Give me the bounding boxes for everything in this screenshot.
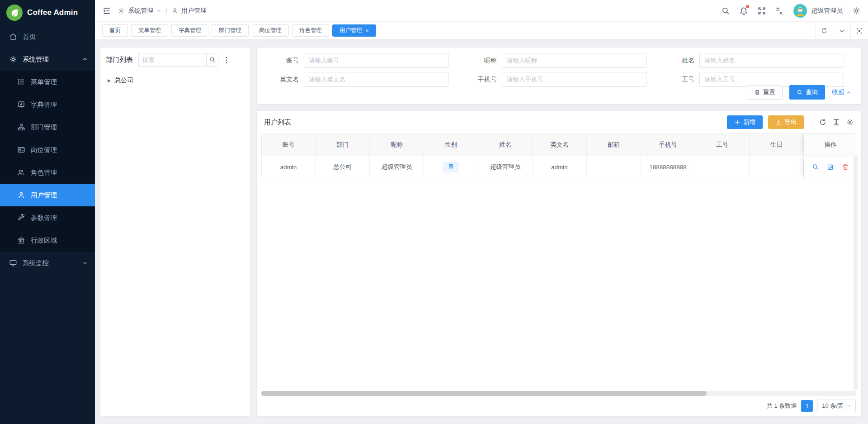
- refresh-tab-button[interactable]: [815, 22, 833, 40]
- notification-bell[interactable]: [739, 6, 748, 15]
- sidebar-item-param-mgmt[interactable]: 参数管理: [0, 206, 95, 229]
- user-icon: [17, 191, 25, 199]
- edit-row-icon[interactable]: [827, 163, 834, 171]
- field-account: 账号: [262, 53, 460, 68]
- search-icon[interactable]: [721, 6, 730, 15]
- account-input[interactable]: [304, 53, 448, 68]
- chevron-down-icon: [156, 8, 161, 13]
- sidebar-item-label: 菜单管理: [31, 78, 57, 86]
- cell-actions: [804, 156, 857, 178]
- department-search-input[interactable]: [138, 53, 206, 67]
- row-height-icon[interactable]: [832, 118, 840, 126]
- field-en-name: 英文名: [262, 72, 460, 87]
- page-size-select[interactable]: 10 条/页: [817, 400, 856, 412]
- roles-icon: [17, 168, 25, 176]
- fullscreen-icon[interactable]: [757, 6, 766, 15]
- department-panel-title: 部门列表: [106, 56, 133, 64]
- kebab-menu-icon[interactable]: ⋮: [222, 56, 230, 64]
- sidebar-group-monitor[interactable]: 系统监控: [0, 252, 95, 274]
- trash-icon: [754, 89, 760, 95]
- wrench-icon: [17, 214, 25, 222]
- app-title: Coffee Admin: [27, 8, 78, 17]
- translate-icon[interactable]: 文A: [775, 6, 784, 15]
- user-table: 账号 部门 昵称 性别 姓名 英文名 邮箱 手机号 工号 生日 操作 admin: [261, 133, 857, 178]
- field-label: 手机号: [460, 76, 502, 84]
- action-divider: [823, 164, 823, 170]
- cell-phone: 18888888888: [641, 156, 695, 178]
- nickname-input[interactable]: [502, 53, 646, 68]
- cell-work-no: [695, 156, 750, 178]
- refresh-table-icon[interactable]: [819, 118, 827, 126]
- field-label: 工号: [658, 76, 699, 84]
- sidebar-item-dict-mgmt[interactable]: 字典管理: [0, 93, 95, 116]
- tab-tools: [815, 22, 868, 40]
- sidebar-item-label: 参数管理: [31, 214, 57, 222]
- search-icon: [797, 89, 803, 95]
- tab-dept-mgmt[interactable]: 部门管理: [212, 24, 249, 37]
- page-1-button[interactable]: 1: [801, 400, 813, 412]
- download-icon: [775, 119, 782, 125]
- horizontal-scrollbar-thumb[interactable]: [261, 391, 707, 396]
- tab-label: 岗位管理: [259, 25, 282, 36]
- vertical-scrollbar-track[interactable]: [854, 156, 858, 391]
- export-button[interactable]: 导出: [768, 115, 804, 129]
- sidebar-item-admin-region[interactable]: 行政区域: [0, 229, 95, 252]
- column-header-actions: 操作: [804, 134, 857, 156]
- sidebar-item-menu-mgmt[interactable]: 菜单管理: [0, 71, 95, 93]
- sidebar-item-user-mgmt[interactable]: 用户管理: [0, 184, 95, 206]
- chevron-up-icon: [846, 90, 851, 95]
- caret-right-icon[interactable]: ▶: [108, 78, 111, 83]
- user-icon: [171, 7, 178, 14]
- column-header: 邮箱: [587, 134, 641, 156]
- main-area: 系统管理 / 用户管理 文A: [95, 0, 868, 424]
- tab-dict-mgmt[interactable]: 字典管理: [171, 24, 208, 37]
- sidebar-item-role-mgmt[interactable]: 角色管理: [0, 161, 95, 184]
- tab-label: 菜单管理: [138, 25, 161, 36]
- reset-button[interactable]: 重置: [747, 85, 783, 100]
- settings-gear-icon[interactable]: [852, 6, 861, 15]
- avatar[interactable]: [793, 4, 807, 18]
- tab-label: 角色管理: [299, 25, 322, 36]
- cell-nickname: 超级管理员: [370, 156, 424, 178]
- sidebar-item-label: 部门管理: [31, 123, 57, 132]
- horizontal-scrollbar-track[interactable]: [261, 391, 857, 396]
- close-icon[interactable]: ×: [365, 28, 369, 33]
- sidebar-group-system[interactable]: 系统管理: [0, 48, 95, 71]
- tab-home[interactable]: 首页: [102, 24, 128, 37]
- svg-text:A: A: [779, 10, 783, 15]
- sidebar-item-post-mgmt[interactable]: 岗位管理: [0, 138, 95, 161]
- tab-list-dropdown-button[interactable]: [833, 22, 850, 40]
- sidebar-item-home[interactable]: 首页: [0, 25, 95, 48]
- department-search-button[interactable]: [206, 53, 218, 67]
- add-user-button[interactable]: 新增: [727, 115, 763, 129]
- collapse-sidebar-icon[interactable]: [102, 6, 111, 15]
- chevron-down-icon: [838, 27, 845, 34]
- view-row-icon[interactable]: [812, 163, 819, 171]
- sidebar-item-label: 字典管理: [31, 100, 57, 109]
- name-input[interactable]: [699, 53, 844, 68]
- user-menu[interactable]: 超级管理员: [793, 4, 843, 18]
- en-name-input[interactable]: [304, 72, 448, 87]
- delete-row-icon[interactable]: [842, 163, 849, 171]
- field-nickname: 昵称: [460, 53, 658, 68]
- sidebar-item-dept-mgmt[interactable]: 部门管理: [0, 116, 95, 138]
- tab-user-mgmt[interactable]: 用户管理 ×: [332, 24, 376, 37]
- tab-role-mgmt[interactable]: 角色管理: [292, 24, 329, 37]
- tab-menu-mgmt[interactable]: 菜单管理: [131, 24, 168, 37]
- query-button[interactable]: 查询: [789, 85, 825, 100]
- monitor-icon: [9, 259, 17, 267]
- cell-birthday: [750, 156, 804, 178]
- phone-input[interactable]: [502, 72, 646, 87]
- collapse-form-link[interactable]: 收起: [832, 88, 851, 96]
- add-button-label: 新增: [743, 118, 755, 126]
- breadcrumb-parent[interactable]: 系统管理: [128, 7, 153, 15]
- table-settings-gear-icon[interactable]: [846, 118, 854, 126]
- sidebar-item-label: 角色管理: [31, 168, 57, 177]
- maximize-content-button[interactable]: [850, 22, 868, 40]
- tree-node-head-office[interactable]: ▶ 总公司: [106, 74, 245, 87]
- field-label: 账号: [262, 57, 304, 65]
- column-header: 昵称: [370, 134, 424, 156]
- tab-post-mgmt[interactable]: 岗位管理: [252, 24, 289, 37]
- tree-node-label: 总公司: [114, 76, 133, 85]
- column-header: 英文名: [533, 134, 587, 156]
